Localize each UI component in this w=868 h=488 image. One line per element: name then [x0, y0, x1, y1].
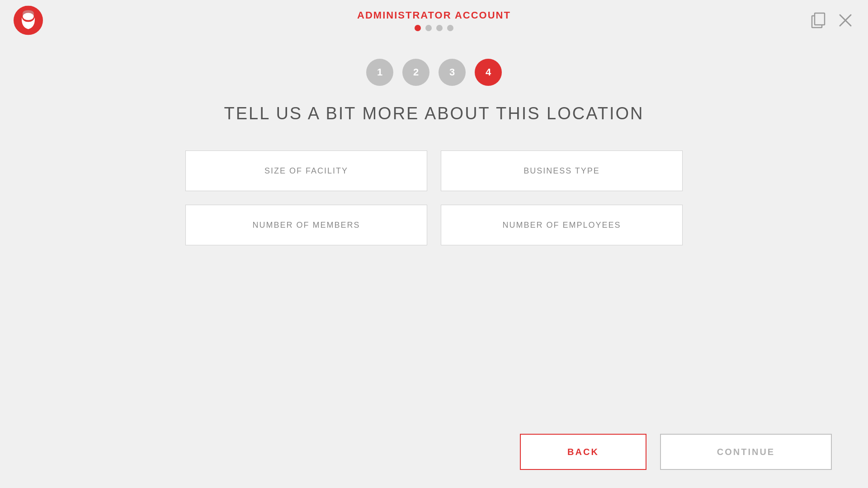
header-actions — [809, 11, 854, 29]
size-of-facility-field[interactable]: SIZE OF FACILITY — [185, 150, 427, 191]
copy-icon[interactable] — [809, 11, 827, 29]
close-icon[interactable] — [836, 11, 854, 29]
dot-3 — [436, 25, 443, 31]
svg-rect-3 — [815, 13, 825, 25]
page-title: TELL US A BIT MORE ABOUT THIS LOCATION — [224, 104, 644, 123]
step-2: 2 — [402, 59, 429, 86]
continue-button[interactable]: CONTINUE — [660, 434, 832, 470]
main-content: 1 2 3 4 TELL US A BIT MORE ABOUT THIS LO… — [0, 41, 868, 263]
header-title: ADMINISTRATOR ACCOUNT — [357, 9, 511, 21]
fields-grid: SIZE OF FACILITY BUSINESS TYPE NUMBER OF… — [185, 150, 683, 245]
number-of-members-label: NUMBER OF MEMBERS — [252, 221, 360, 230]
number-of-employees-label: NUMBER OF EMPLOYEES — [502, 221, 621, 230]
step-3: 3 — [439, 59, 466, 86]
business-type-label: BUSINESS TYPE — [524, 166, 600, 176]
svg-point-1 — [23, 13, 34, 20]
header-center: ADMINISTRATOR ACCOUNT — [357, 9, 511, 31]
bottom-buttons: BACK CONTINUE — [520, 434, 832, 470]
step-indicators: 1 2 3 4 — [366, 59, 502, 86]
step-1: 1 — [366, 59, 393, 86]
number-of-employees-field[interactable]: NUMBER OF EMPLOYEES — [441, 205, 683, 245]
svg-point-0 — [14, 6, 43, 35]
back-button[interactable]: BACK — [520, 434, 646, 470]
app-logo — [14, 6, 43, 35]
number-of-members-field[interactable]: NUMBER OF MEMBERS — [185, 205, 427, 245]
dot-1 — [415, 25, 421, 31]
business-type-field[interactable]: BUSINESS TYPE — [441, 150, 683, 191]
progress-dots — [415, 25, 453, 31]
dot-4 — [447, 25, 453, 31]
step-4: 4 — [475, 59, 502, 86]
dot-2 — [425, 25, 432, 31]
header: ADMINISTRATOR ACCOUNT — [0, 0, 868, 41]
size-of-facility-label: SIZE OF FACILITY — [264, 166, 348, 176]
